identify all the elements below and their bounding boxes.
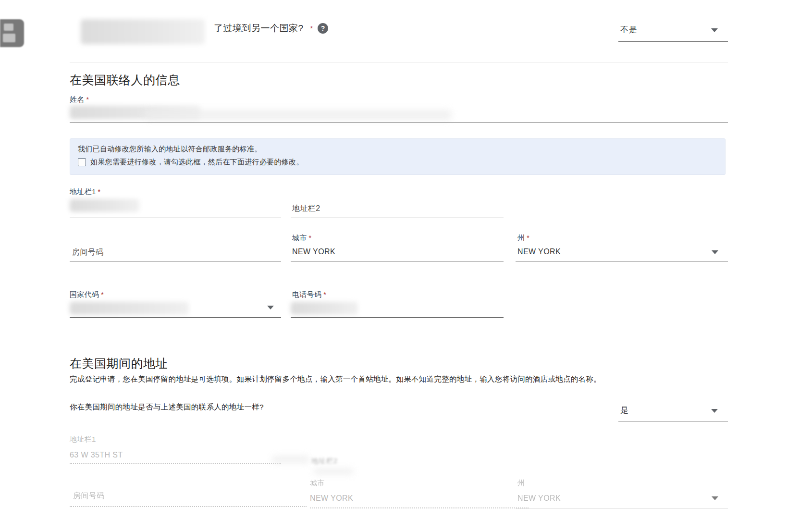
modify-address-checkbox-label: 如果您需要进行修改，请勾选此框，然后在下面进行必要的修改。 <box>90 158 304 167</box>
required-marker: * <box>527 234 529 242</box>
required-marker: * <box>98 188 100 196</box>
redacted-address1-value <box>70 199 139 212</box>
city-label: 城市* <box>292 234 311 243</box>
required-marker: * <box>309 234 311 242</box>
redacted-question-text <box>81 19 205 44</box>
stay-state-value: NEW YORK <box>517 494 561 503</box>
chevron-down-icon <box>267 306 274 309</box>
esta-travel-form-page: 了过境到另一个国家? * ? 不是 在美国联络人的信息 姓名* 我们已自动修改您… <box>0 0 812 519</box>
city-input[interactable] <box>291 261 504 261</box>
address1-label: 地址栏1* <box>70 187 100 197</box>
name-label: 姓名* <box>70 95 89 104</box>
top-divider <box>84 6 730 6</box>
state-dropdown[interactable] <box>516 261 728 261</box>
transit-question-text: 了过境到另一个国家? <box>214 22 304 35</box>
transit-answer-value: 不是 <box>620 24 638 35</box>
redaction-smear <box>271 456 310 463</box>
required-marker: * <box>86 96 89 103</box>
chevron-down-icon <box>712 250 718 254</box>
stay-room-input-disabled <box>70 506 307 507</box>
room-input[interactable] <box>70 261 281 261</box>
us-stay-section-title: 在美国期间的地址 <box>70 356 168 371</box>
country-code-dropdown[interactable] <box>70 317 281 318</box>
state-value: NEW YORK <box>517 247 561 256</box>
us-contact-section-title: 在美国联络人的信息 <box>70 72 180 88</box>
address-standardization-notice: 我们已自动修改您所输入的地址以符合邮政服务的标准。 如果您需要进行修改，请勾选此… <box>70 138 726 175</box>
stay-state-dropdown-disabled <box>516 508 728 509</box>
room-placeholder: 房间号码 <box>72 247 104 258</box>
address2-input[interactable] <box>291 218 504 218</box>
required-marker: * <box>101 291 103 298</box>
notice-message: 我们已自动修改您所输入的地址以符合邮政服务的标准。 <box>78 145 262 154</box>
edge-widget-icon <box>0 19 24 47</box>
redacted-phone-value <box>291 302 358 315</box>
stay-address2-label: 地址栏2 <box>311 457 338 466</box>
stay-address1-label: 地址栏1 <box>70 435 96 444</box>
address1-input[interactable] <box>70 218 281 218</box>
stay-address1-value: 63 W 35TH ST <box>70 451 123 459</box>
phone-input[interactable] <box>291 317 504 318</box>
redacted-country-code-value <box>70 302 189 315</box>
required-marker: * <box>323 291 326 298</box>
stay-state-label: 州 <box>517 479 525 488</box>
chevron-down-icon <box>712 496 718 500</box>
section-divider <box>70 340 728 340</box>
stay-address1-input-disabled <box>70 463 281 464</box>
stay-city-label: 城市 <box>310 479 325 488</box>
redaction-smear <box>313 468 354 475</box>
chevron-down-icon <box>711 409 718 413</box>
name-input[interactable] <box>70 123 728 123</box>
same-address-dropdown[interactable]: 是 <box>618 403 728 421</box>
state-label: 州* <box>517 234 529 243</box>
transit-question-row: 了过境到另一个国家? * ? <box>214 22 328 35</box>
stay-city-input-disabled <box>310 507 529 508</box>
required-marker: * <box>310 25 313 32</box>
stay-room-placeholder: 房间号码 <box>73 491 105 501</box>
help-icon[interactable]: ? <box>318 23 328 34</box>
us-stay-description: 完成登记申请，您在美国停留的地址是可选填项。如果计划停留多个地点，输入第一个首站… <box>70 374 728 384</box>
stay-city-value: NEW YORK <box>310 494 353 503</box>
country-code-label: 国家代码* <box>70 290 104 299</box>
city-value: NEW YORK <box>292 247 335 256</box>
phone-label: 电话号码* <box>292 290 326 299</box>
transit-answer-dropdown[interactable]: 不是 <box>618 21 728 42</box>
section-divider <box>70 62 728 63</box>
redaction-smear <box>144 110 452 120</box>
address2-placeholder: 地址栏2 <box>292 204 320 214</box>
chevron-down-icon <box>711 28 718 32</box>
modify-address-checkbox[interactable] <box>78 158 86 166</box>
same-address-question: 你在美国期间的地址是否与上述美国的联系人的地址一样? <box>70 402 264 412</box>
same-address-value: 是 <box>620 405 629 416</box>
